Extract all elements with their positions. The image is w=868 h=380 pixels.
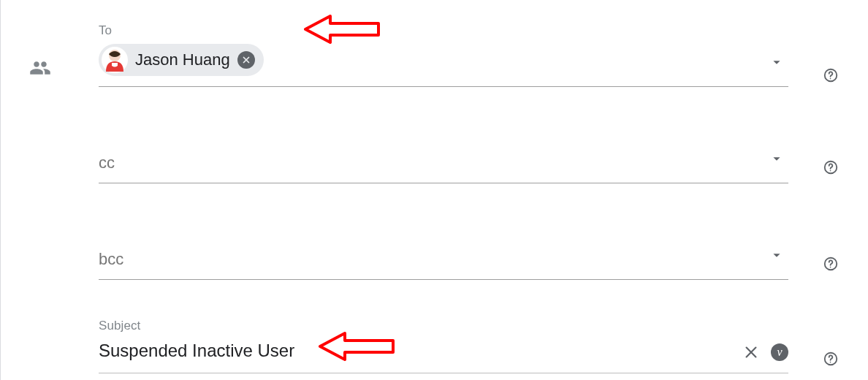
- bcc-input[interactable]: [99, 235, 788, 275]
- cc-input[interactable]: [99, 139, 788, 178]
- clear-subject-icon[interactable]: [743, 344, 759, 360]
- to-label: To: [99, 23, 788, 38]
- recipient-chip-label: Jason Huang: [135, 50, 230, 69]
- insert-variable-icon[interactable]: v: [771, 343, 788, 361]
- bcc-dropdown-chevron-icon[interactable]: [769, 247, 785, 263]
- to-dropdown-chevron-icon[interactable]: [769, 54, 785, 70]
- help-icon[interactable]: [823, 256, 839, 272]
- avatar-icon: [102, 47, 128, 73]
- divider: [99, 86, 788, 87]
- to-field: To Jason Huang: [99, 23, 788, 77]
- help-icon[interactable]: [823, 351, 839, 367]
- bcc-field: [99, 235, 788, 275]
- people-icon[interactable]: [29, 57, 51, 79]
- svg-point-6: [830, 170, 831, 172]
- divider: [99, 183, 788, 183]
- to-input[interactable]: [270, 45, 788, 75]
- remove-recipient-icon[interactable]: [237, 51, 255, 69]
- divider: [99, 373, 788, 373]
- svg-point-8: [830, 267, 831, 268]
- subject-field: Subject v: [99, 319, 788, 367]
- svg-point-12: [830, 362, 831, 363]
- help-icon[interactable]: [823, 67, 839, 83]
- help-icon[interactable]: [823, 159, 839, 175]
- svg-point-4: [830, 78, 831, 80]
- subject-input[interactable]: [99, 338, 731, 367]
- left-border: [0, 0, 1, 380]
- cc-dropdown-chevron-icon[interactable]: [769, 151, 785, 167]
- recipient-chip[interactable]: Jason Huang: [99, 44, 264, 76]
- subject-label: Subject: [99, 319, 788, 333]
- cc-field: [99, 139, 788, 178]
- divider: [99, 279, 788, 280]
- variable-glyph: v: [777, 346, 782, 359]
